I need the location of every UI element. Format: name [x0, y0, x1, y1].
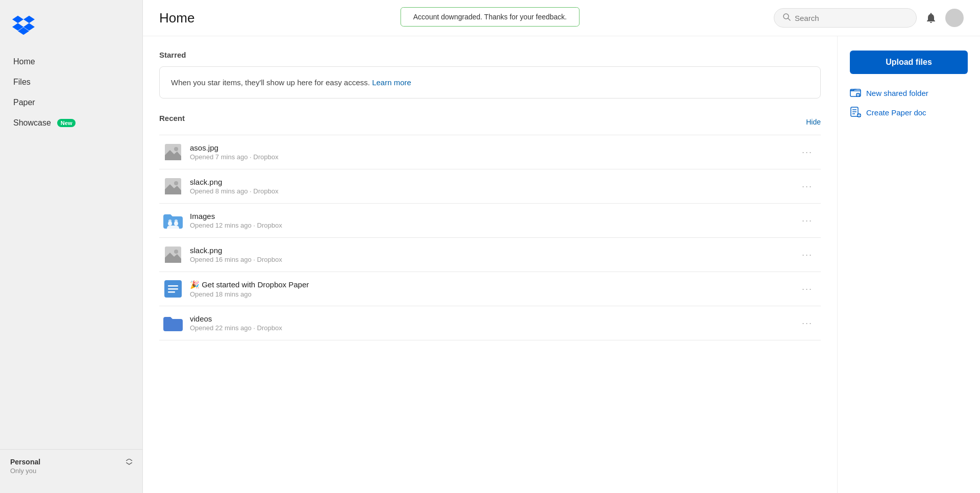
file-name: slack.png	[190, 246, 798, 255]
personal-section: Personal	[10, 458, 132, 466]
create-paper-icon	[850, 107, 861, 118]
sidebar-item-home[interactable]: Home	[6, 52, 136, 71]
right-sidebar: Upload files New shared folder	[837, 36, 980, 493]
svg-point-10	[168, 219, 172, 223]
file-menu-button[interactable]: ···	[798, 248, 817, 262]
new-shared-folder-link[interactable]: New shared folder	[850, 83, 968, 103]
file-meta: Opened 12 mins ago · Dropbox	[190, 221, 798, 229]
create-paper-label: Create Paper doc	[866, 108, 926, 117]
file-menu-button[interactable]: ···	[798, 282, 817, 297]
file-name: asos.jpg	[190, 143, 798, 152]
search-input[interactable]	[795, 14, 908, 22]
file-menu-button[interactable]: ···	[798, 213, 817, 228]
notifications-button[interactable]	[925, 12, 937, 24]
file-meta: Opened 22 mins ago · Dropbox	[190, 324, 798, 332]
sidebar-item-showcase[interactable]: Showcase New	[6, 113, 136, 133]
upload-files-button[interactable]: Upload files	[850, 51, 968, 74]
recent-header: Recent Hide	[159, 114, 821, 130]
sidebar-item-paper[interactable]: Paper	[6, 93, 136, 112]
svg-point-6	[174, 181, 178, 185]
file-name: Images	[190, 212, 798, 220]
file-info: slack.png Opened 16 mins ago · Dropbox	[190, 246, 798, 263]
header-actions	[925, 9, 964, 27]
starred-message: When you star items, they'll show up her…	[171, 78, 370, 87]
file-row[interactable]: Images Opened 12 mins ago · Dropbox ···	[159, 204, 821, 238]
sidebar-item-label: Files	[13, 78, 31, 87]
recent-section: Recent Hide asos.jpg Opened 7 mins ago ·…	[159, 114, 821, 340]
create-paper-link[interactable]: Create Paper doc	[850, 103, 968, 122]
content-area: Starred When you star items, they'll sho…	[143, 36, 980, 493]
file-row[interactable]: slack.png Opened 8 mins ago · Dropbox ··…	[159, 169, 821, 204]
new-shared-folder-icon	[850, 87, 861, 98]
sidebar-item-label: Home	[13, 57, 35, 66]
center-panel: Starred When you star items, they'll sho…	[143, 36, 837, 493]
personal-subtitle: Only you	[10, 467, 132, 475]
toast-notification: Account downgraded. Thanks for your feed…	[401, 7, 580, 27]
recent-section-title: Recent	[159, 114, 185, 122]
file-info: Images Opened 12 mins ago · Dropbox	[190, 212, 798, 229]
file-info: videos Opened 22 mins ago · Dropbox	[190, 314, 798, 332]
search-icon	[782, 13, 791, 23]
svg-point-13	[174, 250, 178, 254]
hide-link[interactable]: Hide	[806, 118, 821, 126]
file-info: 🎉 Get started with Dropbox Paper Opened …	[190, 280, 798, 298]
sidebar-bottom-section: Personal Only you	[0, 449, 142, 483]
file-list: asos.jpg Opened 7 mins ago · Dropbox ···…	[159, 135, 821, 340]
user-avatar[interactable]	[945, 9, 964, 27]
file-icon-folder	[163, 313, 183, 333]
file-meta: Opened 8 mins ago · Dropbox	[190, 187, 798, 195]
file-icon-image	[163, 245, 183, 264]
file-icon-paper	[163, 279, 183, 299]
svg-rect-16	[168, 285, 178, 287]
file-menu-button[interactable]: ···	[798, 179, 817, 194]
personal-title: Personal	[10, 458, 40, 466]
starred-section: Starred When you star items, they'll sho…	[159, 51, 821, 98]
search-bar[interactable]	[774, 8, 917, 28]
main-content: Account downgraded. Thanks for your feed…	[143, 0, 980, 493]
sidebar-item-label: Showcase	[13, 118, 51, 128]
file-name: slack.png	[190, 178, 798, 186]
svg-point-11	[175, 219, 178, 223]
file-row[interactable]: videos Opened 22 mins ago · Dropbox ···	[159, 306, 821, 340]
file-name: videos	[190, 314, 798, 323]
file-name: 🎉 Get started with Dropbox Paper	[190, 280, 798, 289]
file-meta: Opened 7 mins ago · Dropbox	[190, 153, 798, 161]
file-icon-shared-folder	[163, 211, 183, 230]
file-menu-button[interactable]: ···	[798, 316, 817, 331]
starred-section-title: Starred	[159, 51, 821, 59]
file-info: asos.jpg Opened 7 mins ago · Dropbox	[190, 143, 798, 161]
file-info: slack.png Opened 8 mins ago · Dropbox	[190, 178, 798, 195]
svg-rect-17	[168, 288, 178, 290]
file-meta: Opened 18 mins ago	[190, 290, 798, 298]
svg-rect-18	[168, 291, 175, 293]
new-shared-folder-label: New shared folder	[866, 89, 928, 97]
dropbox-logo-icon	[12, 15, 35, 35]
learn-more-link[interactable]: Learn more	[372, 78, 411, 87]
sidebar-navigation: Home Files Paper Showcase New	[0, 52, 142, 133]
logo-area	[0, 10, 142, 52]
starred-empty-box: When you star items, they'll show up her…	[159, 66, 821, 98]
svg-point-3	[174, 147, 178, 151]
sidebar-item-label: Paper	[13, 98, 35, 107]
sidebar-item-files[interactable]: Files	[6, 72, 136, 92]
file-menu-button[interactable]: ···	[798, 145, 817, 160]
svg-line-1	[788, 18, 790, 20]
chevron-icon[interactable]	[126, 459, 132, 465]
toast-message: Account downgraded. Thanks for your feed…	[413, 13, 567, 21]
file-row[interactable]: 🎉 Get started with Dropbox Paper Opened …	[159, 272, 821, 306]
file-icon-image	[163, 142, 183, 162]
file-icon-image	[163, 177, 183, 196]
file-meta: Opened 16 mins ago · Dropbox	[190, 256, 798, 263]
sidebar: Home Files Paper Showcase New Personal O…	[0, 0, 143, 493]
file-row[interactable]: asos.jpg Opened 7 mins ago · Dropbox ···	[159, 135, 821, 169]
new-badge: New	[57, 119, 76, 127]
file-row[interactable]: slack.png Opened 16 mins ago · Dropbox ·…	[159, 238, 821, 272]
